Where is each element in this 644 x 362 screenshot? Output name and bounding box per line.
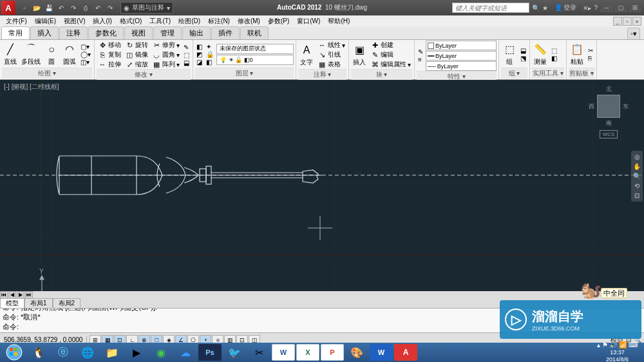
util-extra-2[interactable]: ◧	[550, 55, 558, 62]
tray-icons[interactable]: ▴ ⚑ 🔊 📶 ⌨	[597, 341, 638, 349]
nav-extra-icon[interactable]: ⊡	[634, 192, 639, 199]
fillet-tool[interactable]: ◡圆角 ▾	[151, 50, 181, 59]
task-word[interactable]: W	[272, 344, 295, 361]
task-bird[interactable]: 🐦	[223, 344, 246, 361]
task-excel[interactable]: X	[296, 344, 319, 361]
task-ppt[interactable]: P	[321, 344, 344, 361]
layer-state-combo[interactable]: 未保存的图层状态	[216, 44, 294, 54]
view-cube[interactable]: 北 西 东 南 WCS	[589, 85, 629, 138]
menu-insert[interactable]: 插入(I)	[90, 16, 115, 26]
layer-tool-1[interactable]: ◧	[195, 43, 204, 50]
tab-plugins[interactable]: 插件	[211, 26, 240, 39]
copy-tool[interactable]: ⎘复制	[97, 50, 122, 59]
draw-extra-2[interactable]: ◯▾	[79, 51, 92, 58]
panel-modify-title[interactable]: 修改 ▾	[97, 69, 191, 80]
panel-annot-title[interactable]: 注释 ▾	[298, 69, 346, 80]
new-icon[interactable]: ▫	[19, 3, 30, 13]
layer-tool-5[interactable]: 🔒	[205, 51, 215, 58]
linear-dim-tool[interactable]: ↔线性 ▾	[316, 41, 346, 50]
menu-view[interactable]: 视图(V)	[61, 16, 88, 26]
paste-tool[interactable]: 📋粘贴	[569, 42, 585, 67]
pan-icon[interactable]: ✋	[633, 163, 641, 170]
task-ps[interactable]: Ps	[198, 344, 222, 361]
task-wps[interactable]: W	[370, 344, 393, 361]
move-tool[interactable]: ✥移动	[97, 41, 122, 50]
create-block-tool[interactable]: ✚创建	[369, 41, 412, 50]
text-tool[interactable]: A文字	[298, 43, 315, 68]
menu-draw[interactable]: 绘图(D)	[175, 16, 204, 26]
layer-current-combo[interactable]: 💡 ☀ 🔓 ◧ 0	[216, 55, 294, 65]
color-combo[interactable]: ByLayer	[426, 41, 497, 50]
modify-extra-2[interactable]: ⬓	[182, 59, 191, 66]
leader-tool[interactable]: ↘引线	[316, 50, 346, 59]
viewcube-north[interactable]: 北	[606, 85, 612, 93]
menu-file[interactable]: 文件(F)	[3, 16, 30, 26]
print-icon[interactable]: ⎙	[80, 3, 91, 13]
viewcube-south[interactable]: 南	[606, 119, 612, 128]
layer-tool-6[interactable]: ◧	[205, 59, 215, 66]
menu-modify[interactable]: 修改(M)	[234, 16, 263, 26]
mirror-tool[interactable]: ◫镜像	[124, 50, 149, 59]
group-tool[interactable]: ⬚组	[501, 42, 518, 67]
tab-annotate[interactable]: 注释	[59, 26, 88, 39]
tab-layout2[interactable]: 布局2	[53, 298, 81, 309]
wcs-label[interactable]: WCS	[600, 130, 618, 138]
mdi-min[interactable]: _	[613, 17, 622, 26]
stretch-tool[interactable]: ↔拉伸	[97, 60, 122, 69]
layer-tool-3[interactable]: ◪	[195, 59, 204, 66]
task-autocad[interactable]: A	[394, 344, 417, 361]
login-button[interactable]: 👤 登录	[551, 3, 581, 13]
drawing-area[interactable]: [-] [俯视] [二维线框] X Y	[0, 80, 644, 291]
help-icon[interactable]: ?	[594, 5, 598, 12]
zoom-icon[interactable]: 🔍	[633, 173, 641, 180]
edit-attr-tool[interactable]: ⌘编辑属性 ▾	[369, 60, 412, 69]
maximize-button[interactable]: ▢	[614, 3, 627, 12]
star-icon[interactable]: ★	[542, 5, 548, 12]
viewcube-east[interactable]: 东	[623, 102, 629, 111]
polyline-tool[interactable]: ⌒多段线	[20, 42, 42, 67]
undo2-icon[interactable]: ↶	[93, 3, 103, 13]
panel-draw-title[interactable]: 绘图 ▾	[2, 68, 92, 79]
system-tray[interactable]: ▴ ⚑ 🔊 📶 ⌨ 13:37 2014/8/6	[597, 341, 641, 362]
search-input[interactable]	[452, 3, 529, 13]
panel-group-title[interactable]: 组 ▾	[501, 68, 527, 79]
task-media[interactable]: ▶	[125, 344, 148, 361]
mdi-close[interactable]: ×	[632, 17, 641, 26]
app-logo[interactable]: A	[1, 1, 15, 15]
menu-window[interactable]: 窗口(W)	[294, 16, 323, 26]
layer-tool-2[interactable]: ◩	[195, 51, 204, 58]
panel-layers-title[interactable]: 图层 ▾	[195, 68, 294, 79]
redo2-icon[interactable]: ↷	[105, 3, 115, 13]
linetype-combo[interactable]: ── ByLayer	[426, 61, 497, 71]
tab-insert[interactable]: 插入	[30, 26, 59, 39]
task-qq[interactable]: 🐧	[27, 344, 50, 361]
menu-parametric[interactable]: 参数(P)	[265, 16, 292, 26]
array-tool[interactable]: ▦阵列 ▾	[151, 60, 181, 69]
draw-extra-1[interactable]: ▢▾	[79, 43, 92, 50]
tab-model[interactable]: 模型	[0, 298, 24, 309]
task-browser[interactable]: 🌐	[76, 344, 99, 361]
modify-extra-1[interactable]: ⬚	[182, 52, 191, 59]
group-extra-2[interactable]: ⬔	[519, 55, 527, 62]
task-snip[interactable]: ✂	[247, 344, 270, 361]
menu-dimension[interactable]: 标注(N)	[205, 16, 233, 26]
redo-icon[interactable]: ↷	[68, 3, 79, 13]
task-360[interactable]: ◉	[149, 344, 173, 361]
tab-parametric[interactable]: 参数化	[88, 26, 124, 39]
minimize-button[interactable]: ─	[600, 3, 613, 12]
layer-tool-4[interactable]: ✦	[205, 43, 215, 50]
menu-help[interactable]: 帮助(H)	[325, 16, 353, 26]
task-paint[interactable]: 🎨	[345, 344, 368, 361]
line-tool[interactable]: ╱直线	[2, 42, 19, 67]
measure-tool[interactable]: 📏测量	[532, 42, 549, 67]
match-props-tool[interactable]: ✎	[417, 48, 424, 55]
circle-tool[interactable]: ○圆	[43, 42, 60, 67]
props-tool-2[interactable]: ≡	[417, 56, 424, 63]
tab-online[interactable]: 联机	[240, 26, 269, 39]
menu-format[interactable]: 格式(O)	[117, 16, 145, 26]
save-icon[interactable]: 💾	[44, 3, 54, 13]
viewcube-face[interactable]	[597, 95, 620, 118]
util-extra-1[interactable]: ⬚	[550, 47, 558, 54]
table-tool[interactable]: ▦表格	[316, 60, 346, 69]
panel-block-title[interactable]: 块 ▾	[351, 69, 412, 80]
